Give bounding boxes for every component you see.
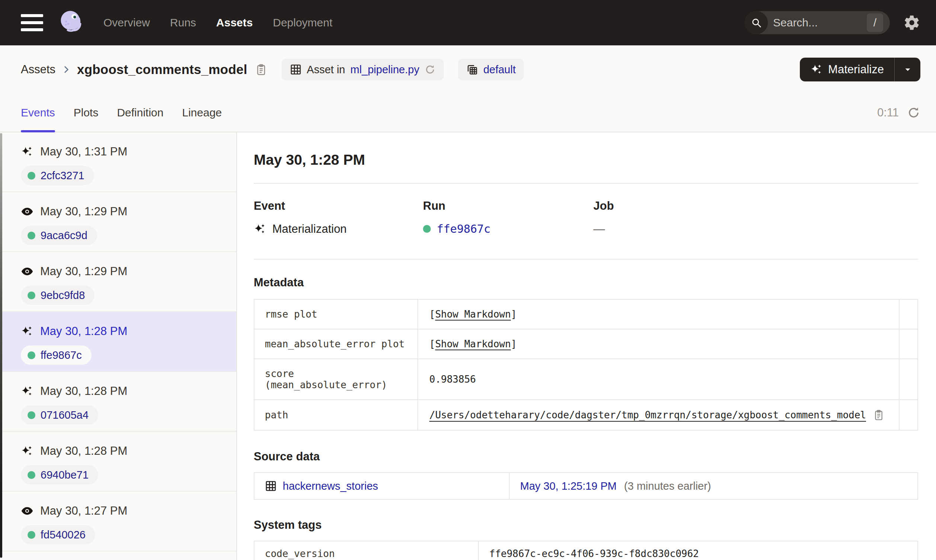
observation-icon [21,205,34,218]
run-id-link[interactable]: ffe9867c [40,349,82,362]
metadata-key: score (mean_absolute_error) [254,359,418,400]
run-status-dot [28,531,35,539]
event-list-item[interactable]: May 30, 1:31 PM2cfc3271 [0,132,236,192]
search-input-wrap[interactable]: / [745,11,890,34]
nav-item-overview[interactable]: Overview [103,16,150,29]
table-spacer-cell [899,359,918,400]
path-link[interactable]: /Users/odetteharary/code/dagster/tmp_0mz… [429,409,866,420]
event-list-item[interactable]: May 30, 1:29 PM9aca6c9d [0,192,236,252]
event-list-item[interactable]: May 30, 1:29 PM9ebc9fd8 [0,252,236,312]
scrollbar[interactable] [0,133,2,558]
run-pill[interactable]: ffe9867c [21,345,91,365]
copy-asset-name-icon[interactable] [255,63,268,76]
run-id-link[interactable]: 071605a4 [40,409,89,421]
table-row: rmse plot[Show Markdown] [254,299,918,329]
refresh-countdown: 0:11 [877,106,899,119]
job-column-label: Job [593,199,918,213]
asset-grid-icon [265,480,277,492]
show-markdown-link[interactable]: Show Markdown [435,309,511,320]
table-spacer-cell [899,299,918,329]
run-status-dot [28,411,35,419]
event-list-item[interactable]: May 30, 1:28 PM6940be71 [0,432,236,492]
refresh-icon[interactable] [907,106,921,119]
gear-icon[interactable] [903,14,921,31]
system-tag-key: code_version [254,541,479,560]
event-list-item[interactable]: May 30, 1:28 PM071605a4 [0,372,236,432]
nav-item-deployment[interactable]: Deployment [273,16,332,29]
search-input[interactable] [773,16,855,29]
metadata-value: 0.983856 [429,374,476,385]
run-status-dot [423,225,431,233]
asset-file-link[interactable]: ml_pipeline.py [351,64,419,76]
asset-in-label: Asset in [307,64,345,76]
event-timestamp: May 30, 1:29 PM [40,265,127,278]
menu-icon[interactable] [21,14,43,31]
system-tags-heading: System tags [254,518,918,532]
event-list-item[interactable]: May 30, 1:28 PMffe9867c [0,312,236,372]
source-relative-time: (3 minutes earlier) [624,480,711,492]
table-row: mean_absolute_error plot[Show Markdown] [254,329,918,359]
nav-item-runs[interactable]: Runs [170,16,196,29]
copy-path-icon[interactable] [873,409,885,421]
observation-icon [21,265,34,278]
source-asset-link[interactable]: hackernews_stories [283,480,378,492]
metadata-key: rmse plot [254,299,418,329]
breadcrumb-row: Assets xgboost_comments_model Asset in m… [0,45,936,94]
job-tag-link[interactable]: default [483,64,516,76]
source-timestamp-link[interactable]: May 30, 1:25:19 PM [520,480,617,492]
nav-item-assets[interactable]: Assets [216,16,252,29]
event-timestamp: May 30, 1:29 PM [40,205,127,218]
run-pill[interactable]: fd540026 [21,525,95,545]
run-pill[interactable]: 6940be71 [21,465,98,485]
event-detail-panel: May 30, 1:28 PM Event Materialization [237,132,936,560]
run-status-dot [28,292,35,299]
table-row: code_versionffe9867c-ec9c-4f06-939c-f8dc… [254,541,918,560]
run-pill[interactable]: 2cfc3271 [21,166,94,185]
run-status-dot [28,232,35,240]
top-navigation-bar: OverviewRunsAssetsDeployment / [0,0,936,45]
materialize-button[interactable]: Materialize [800,58,894,82]
run-pill[interactable]: 9ebc9fd8 [21,286,94,305]
run-id-link[interactable]: fd540026 [40,529,86,541]
primary-nav: OverviewRunsAssetsDeployment [103,16,333,29]
event-list-item[interactable]: May 30, 1:27 PMfd540026 [0,492,236,551]
table-spacer-cell [899,400,918,430]
run-id-link[interactable]: 2cfc3271 [40,169,85,182]
show-markdown-link[interactable]: Show Markdown [435,338,511,349]
event-timestamp: May 30, 1:27 PM [40,504,127,518]
asset-definition-badge[interactable]: Asset in ml_pipeline.py [282,59,444,80]
event-list-sidebar: May 30, 1:31 PM2cfc3271 May 30, 1:29 PM9… [0,132,237,560]
breadcrumb-assets-link[interactable]: Assets [21,63,55,76]
run-id-link[interactable]: 9ebc9fd8 [40,289,85,302]
tab-lineage[interactable]: Lineage [182,94,222,132]
event-timestamp: May 30, 1:31 PM [40,145,127,158]
metadata-key: path [254,400,418,430]
run-pill[interactable]: 9aca6c9d [21,226,97,245]
run-status-dot [28,351,35,359]
materialize-dropdown-button[interactable] [894,58,921,82]
divider [254,259,918,260]
observation-icon [21,505,34,517]
table-row: path/Users/odetteharary/code/dagster/tmp… [254,400,918,430]
asset-grid-icon [290,64,302,75]
event-timestamp: May 30, 1:28 PM [40,385,127,398]
materialization-icon [21,325,34,338]
run-id-link[interactable]: 6940be71 [40,469,89,481]
event-type-value: Materialization [272,222,347,236]
materialization-icon [254,223,266,235]
sparkle-icon [810,63,823,76]
run-id-link[interactable]: 9aca6c9d [40,229,88,242]
tab-events[interactable]: Events [21,94,55,132]
search-icon[interactable] [745,11,768,34]
job-tag-badge[interactable]: default [458,59,524,80]
materialize-button-group: Materialize [800,58,921,82]
table-row: score (mean_absolute_error)0.983856 [254,359,918,400]
tab-plots[interactable]: Plots [74,94,99,132]
tab-definition[interactable]: Definition [117,94,163,132]
job-grid-icon [466,64,478,75]
dagster-logo-icon[interactable] [57,9,86,37]
run-id-link[interactable]: ffe9867c [437,222,491,235]
reload-definition-icon[interactable] [425,64,436,75]
metadata-value: [ [429,309,435,320]
run-pill[interactable]: 071605a4 [21,405,98,425]
